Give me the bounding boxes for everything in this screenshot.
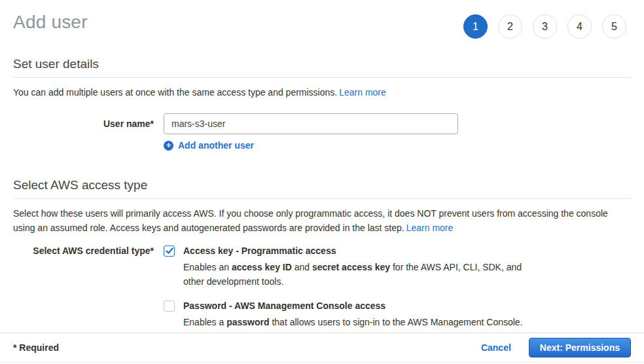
user-details-intro: You can add multiple users at once with …: [13, 85, 631, 100]
learn-more-link-access-type[interactable]: Learn more: [406, 223, 454, 233]
credential-options: Access key - Programmatic access Enables…: [164, 245, 528, 329]
access-type-intro: Select how these users will primarily ac…: [13, 206, 631, 235]
add-user-page: Add user 1 2 3 4 5 Set user details You …: [0, 0, 644, 364]
wizard-step-5: 5: [602, 14, 626, 39]
password-checkbox[interactable]: [164, 300, 175, 312]
section-access-type: Select AWS access type Select how these …: [13, 151, 631, 329]
section-divider: [13, 198, 631, 199]
wizard-step-3: 3: [533, 14, 557, 39]
required-note: * Required: [13, 342, 59, 353]
section-heading-user-details: Set user details: [13, 57, 631, 71]
wizard-step-indicator: 1 2 3 4 5: [463, 14, 626, 39]
wizard-step-4: 4: [567, 14, 592, 39]
option-password: Password - AWS Management Console access…: [164, 300, 528, 329]
footer-actions: Cancel Next: Permissions: [481, 338, 631, 357]
next-permissions-button[interactable]: Next: Permissions: [529, 338, 631, 357]
access-key-option-description: Enables an access key ID and secret acce…: [183, 260, 528, 289]
add-another-user-label: Add another user: [178, 140, 254, 151]
checkmark-icon: [166, 247, 173, 255]
add-another-user-button[interactable]: + Add another user: [164, 140, 254, 151]
access-key-option-body: Access key - Programmatic access Enables…: [183, 245, 528, 289]
credential-type-row: Select AWS credential type* Access key -…: [13, 245, 631, 329]
option-access-key: Access key - Programmatic access Enables…: [164, 245, 528, 289]
section-user-details: Set user details You can add multiple us…: [13, 39, 631, 151]
access-key-checkbox[interactable]: [164, 246, 175, 257]
password-option-body: Password - AWS Management Console access…: [183, 300, 523, 329]
credential-type-label: Select AWS credential type*: [13, 245, 164, 257]
section-divider: [13, 77, 631, 78]
user-details-intro-text: You can add multiple users at once with …: [13, 87, 337, 98]
access-key-option-title: Access key - Programmatic access: [183, 245, 528, 257]
add-another-user-row: + Add another user: [13, 140, 631, 151]
password-option-title: Password - AWS Management Console access: [183, 300, 523, 312]
plus-icon: +: [164, 141, 173, 151]
user-name-input[interactable]: [164, 113, 458, 134]
user-name-label: User name*: [13, 113, 164, 134]
wizard-step-1: 1: [463, 14, 488, 39]
wizard-step-2: 2: [498, 14, 522, 39]
access-type-intro-text: Select how these users will primarily ac…: [13, 208, 608, 233]
password-option-description: Enables a password that allows users to …: [183, 315, 523, 329]
section-heading-access-type: Select AWS access type: [13, 178, 631, 192]
wizard-footer: * Required Cancel Next: Permissions: [0, 333, 644, 363]
cancel-button[interactable]: Cancel: [481, 342, 511, 353]
page-title: Add user: [13, 12, 88, 33]
page-header: Add user 1 2 3 4 5: [13, 0, 631, 39]
user-name-row: User name*: [13, 113, 631, 134]
learn-more-link-user-details[interactable]: Learn more: [339, 87, 386, 98]
